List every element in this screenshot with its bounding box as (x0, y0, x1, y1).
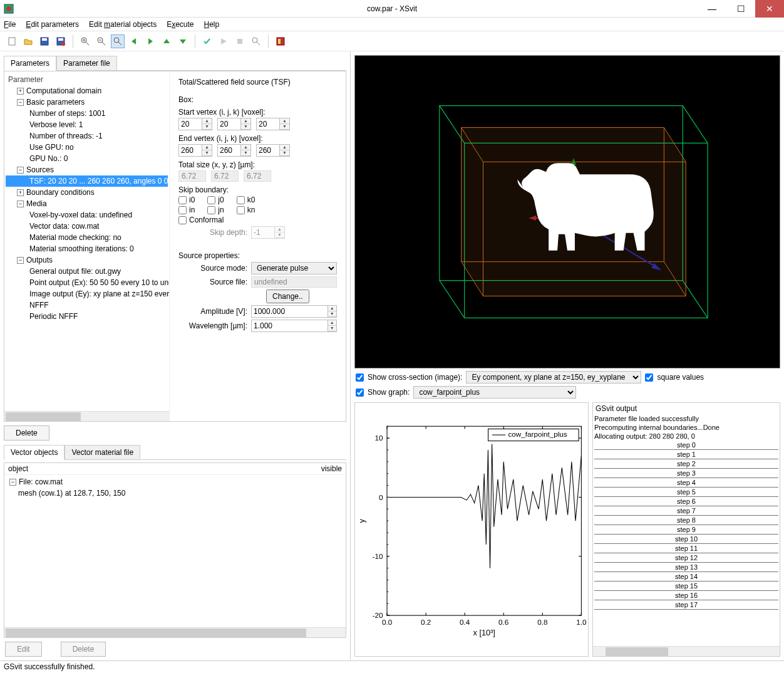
tree-item[interactable]: NFFF (6, 300, 168, 311)
tree-item[interactable]: Material smoothing iterations: 0 (6, 243, 168, 254)
render-view[interactable] (354, 55, 780, 368)
new-icon[interactable] (5, 34, 19, 48)
wavelength-input[interactable] (252, 320, 328, 331)
source-file-field: undefined (251, 276, 337, 288)
parameter-tree[interactable]: Parameter +Computational domain−Basic pa… (4, 71, 170, 421)
tree-item[interactable]: −Outputs (6, 254, 168, 266)
skip-in[interactable] (178, 206, 187, 214)
svg-point-18 (252, 38, 257, 43)
tree-item[interactable]: Voxel-by-voxel data: undefined (6, 209, 168, 221)
skip-jn[interactable] (207, 206, 215, 214)
end-k-input[interactable] (257, 145, 279, 156)
svg-point-15 (114, 38, 119, 43)
stop-icon[interactable] (233, 34, 247, 48)
skip-k0[interactable] (237, 196, 245, 204)
skip-j0[interactable] (207, 196, 215, 204)
total-y: 6.72 (211, 170, 239, 182)
graph-pane[interactable]: 100-10-200.00.20.40.60.81.0yx [10³]cow_f… (354, 402, 589, 657)
arrow-down-icon[interactable] (176, 34, 190, 48)
vector-file-item[interactable]: File: cow.mat (19, 477, 63, 486)
zoom-out-icon[interactable] (95, 34, 108, 48)
tree-item[interactable]: GPU No.: 0 (6, 153, 168, 164)
minimize-button[interactable]: — (698, 0, 726, 18)
start-k-input[interactable] (257, 118, 279, 130)
tree-item[interactable]: +Boundary conditions (6, 187, 168, 198)
show-cross-label: Show cross-section (image): (368, 373, 462, 382)
arrow-right-icon[interactable] (143, 34, 157, 48)
edit-button[interactable]: Edit (5, 642, 42, 657)
vector-list[interactable]: −File: cow.mat mesh (cow.1) at 128.7, 15… (4, 475, 346, 627)
play-icon[interactable] (217, 34, 230, 48)
svg-line-16 (118, 42, 121, 45)
tree-item[interactable]: Vector data: cow.mat (6, 221, 168, 232)
svg-text:x [10³]: x [10³] (473, 628, 495, 637)
zoom-in-icon[interactable] (78, 34, 92, 48)
delete-button[interactable]: Delete (4, 425, 49, 441)
open-icon[interactable] (21, 34, 35, 48)
tree-item[interactable]: TSF: 20 20 20 ... 260 260 260, angles 0 … (6, 175, 168, 187)
show-cross-check[interactable] (356, 373, 364, 382)
vector-mesh-item[interactable]: mesh (cow.1) at 128.7, 150, 150 (7, 488, 343, 499)
square-check[interactable] (645, 373, 653, 382)
graph-select[interactable]: cow_farpoint_plus (413, 386, 576, 399)
detail-panel: Total/Scattered field source (TSF) Box: … (170, 71, 346, 421)
tab-parameters[interactable]: Parameters (4, 56, 56, 71)
tree-item[interactable]: Number of threads: -1 (6, 130, 168, 142)
tree-item[interactable]: Periodic NFFF (6, 311, 168, 322)
svg-text:1.0: 1.0 (576, 618, 587, 626)
skip-i0[interactable] (178, 196, 187, 204)
tree-item[interactable]: Number of steps: 1001 (6, 108, 168, 119)
check-icon[interactable] (200, 34, 214, 48)
toolbar (0, 31, 784, 51)
start-j-input[interactable] (218, 118, 240, 130)
save-icon[interactable] (38, 34, 51, 48)
tab-parameter-file[interactable]: Parameter file (56, 56, 117, 71)
change-button[interactable]: Change.. (266, 290, 309, 303)
tab-vector-file[interactable]: Vector material file (64, 445, 140, 460)
tree-item[interactable]: −Media (6, 198, 168, 209)
tree-item[interactable]: +Computational domain (6, 85, 168, 97)
conformal-check[interactable] (178, 216, 187, 224)
svg-text:0.6: 0.6 (498, 618, 508, 626)
zoom-fit-icon[interactable] (111, 34, 125, 48)
arrow-left-icon[interactable] (127, 34, 141, 48)
show-graph-label: Show graph: (368, 388, 410, 397)
statusbar: GSvit successfully finished. (0, 660, 784, 673)
tab-vector-objects[interactable]: Vector objects (4, 445, 64, 460)
source-mode-select[interactable]: Generate pulse (251, 262, 337, 274)
svg-text:cow_farpoint_plus: cow_farpoint_plus (508, 430, 567, 438)
save-mat-icon[interactable] (54, 34, 68, 48)
tree-item[interactable]: Use GPU: no (6, 142, 168, 153)
end-j-input[interactable] (218, 145, 240, 156)
search-icon[interactable] (249, 34, 263, 48)
start-i-input[interactable] (179, 118, 202, 130)
tree-item[interactable]: Image output (Ey): xy plane at z=150 eve… (6, 288, 168, 300)
skip-kn[interactable] (237, 206, 245, 214)
tree-header: Parameter (6, 74, 168, 85)
maximize-button[interactable]: ☐ (726, 0, 755, 18)
close-button[interactable]: ✕ (755, 0, 784, 18)
app-icon (4, 4, 14, 14)
menu-execute[interactable]: Execute (167, 20, 193, 29)
tree-item[interactable]: Material mode checking: no (6, 232, 168, 243)
show-graph-check[interactable] (356, 389, 364, 397)
svg-point-1 (6, 6, 11, 11)
output-pane: GSvit output Parameter file loaded succe… (592, 402, 780, 657)
tree-item[interactable]: General output file: out.gwy (6, 266, 168, 277)
total-size-label: Total size (x, y, z) [µm]: (178, 160, 337, 169)
delete-object-button[interactable]: Delete (61, 642, 106, 657)
menu-edit-material[interactable]: Edit material objects (89, 20, 157, 29)
tree-item[interactable]: Verbose level: 1 (6, 119, 168, 130)
menu-help[interactable]: Help (204, 20, 220, 29)
menu-edit-parameters[interactable]: Edit parameters (26, 20, 79, 29)
arrow-up-icon[interactable] (160, 34, 173, 48)
gwy-icon[interactable] (274, 34, 287, 48)
tree-item[interactable]: −Sources (6, 164, 168, 175)
tree-item[interactable]: Point output (Ex): 50 50 50 every 10 to … (6, 277, 168, 288)
svg-rect-21 (278, 39, 281, 44)
menu-file[interactable]: File (4, 20, 16, 29)
tree-item[interactable]: −Basic parameters (6, 97, 168, 108)
cross-select[interactable]: Ey component, xy plane at z=150, ey_xypl… (466, 371, 641, 383)
end-i-input[interactable] (179, 145, 202, 156)
amplitude-input[interactable] (252, 306, 328, 317)
